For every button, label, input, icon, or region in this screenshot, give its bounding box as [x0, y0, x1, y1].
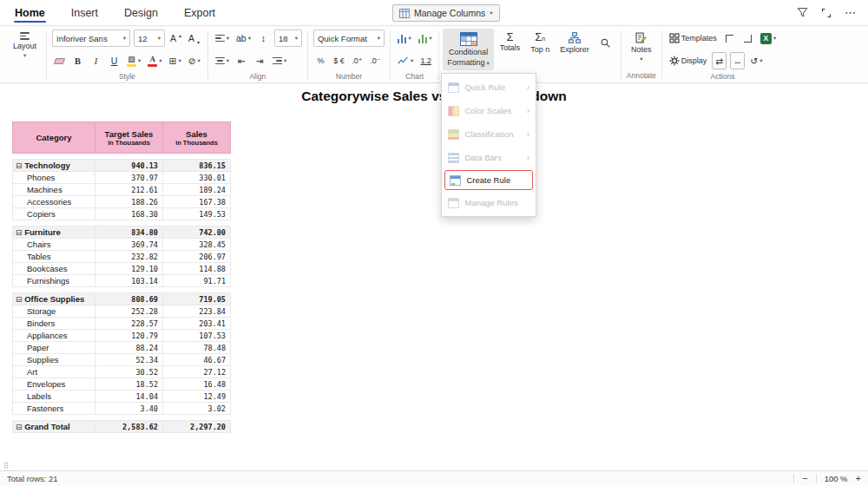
table-row-phones[interactable]: Phones370.97330.01: [13, 172, 231, 184]
table-row-supplies[interactable]: Supplies52.3446.67: [13, 354, 231, 366]
currency-format-button[interactable]: $ €: [332, 52, 346, 69]
chevron-down-icon: ▾: [248, 35, 251, 42]
table-row-technology[interactable]: ⊟Technology940.13836.15: [13, 160, 231, 172]
borders-button[interactable]: ⊞▾: [168, 52, 183, 69]
quick-format-select[interactable]: Quick Format ▾: [313, 30, 385, 47]
templates-button[interactable]: Templates: [667, 30, 719, 47]
swap-axis-button[interactable]: ⇄: [712, 52, 727, 69]
table-row-accessories[interactable]: Accessories188.26167.38: [13, 196, 231, 208]
focus-mode-icon[interactable]: [818, 4, 835, 22]
undo-button[interactable]: ↺▾: [748, 52, 764, 69]
notes-button[interactable]: Notes ▾: [627, 29, 656, 65]
row-label: Binders: [27, 319, 55, 328]
column-header-target-sales[interactable]: Target Salesin Thousands: [95, 122, 163, 154]
collapse-icon[interactable]: ⊟: [16, 161, 22, 170]
table-row-grand-total[interactable]: ⊟Grand Total2,583.622,297.20: [13, 421, 231, 433]
group-divider: [207, 31, 208, 80]
zoom-in-button[interactable]: +: [856, 474, 861, 483]
top-n-button[interactable]: Σn Top n: [526, 29, 554, 56]
chevron-down-icon: ▾: [378, 35, 380, 42]
manage-columns-button[interactable]: Manage Columns ▾: [392, 4, 500, 22]
column-header-sales[interactable]: Salesin Thousands: [163, 122, 231, 154]
export-excel-button[interactable]: X ▾: [759, 30, 778, 47]
resize-grip-icon[interactable]: ⠿: [3, 462, 10, 470]
font-size-select[interactable]: 12 ▾: [134, 30, 165, 47]
column-header-category[interactable]: Category: [13, 122, 95, 154]
sparkline-button[interactable]: ▾: [396, 52, 415, 69]
table-row-chairs[interactable]: Chairs369.74328.45: [13, 239, 231, 251]
zoom-controls: − 100 % +: [793, 474, 861, 483]
strikethrough-button[interactable]: ⊘▾: [187, 52, 202, 69]
indent-decrease-button[interactable]: ⇤: [234, 52, 249, 69]
group-divider: [661, 31, 662, 80]
divider: [793, 474, 794, 483]
vertical-align-button[interactable]: ▾: [214, 52, 231, 69]
collapse-icon[interactable]: ⊟: [16, 295, 22, 304]
filter-icon[interactable]: [793, 4, 811, 22]
menu-item-create-rule[interactable]: Create Rule: [444, 170, 533, 190]
merge-cells-button[interactable]: ▾: [271, 52, 288, 69]
text-wrap-button[interactable]: ab ▾: [234, 30, 253, 47]
table-row-office-supplies[interactable]: ⊟Office Supplies808.69719.05: [13, 293, 231, 305]
tab-insert[interactable]: Insert: [70, 0, 99, 25]
percent-format-button[interactable]: %: [313, 52, 328, 69]
sales-value: 167.38: [163, 196, 231, 208]
table-row-copiers[interactable]: Copiers168.30149.53: [13, 208, 231, 220]
table-row-tables[interactable]: Tables232.82206.97: [13, 251, 231, 263]
table-row-storage[interactable]: Storage252.28223.84: [13, 305, 231, 318]
row-height-button[interactable]: ↕: [256, 30, 271, 47]
fill-color-button[interactable]: ▨ ▾: [125, 52, 142, 69]
style-group-label: Style: [119, 70, 135, 83]
chart-type-button[interactable]: ▾: [396, 30, 413, 47]
more-options-icon[interactable]: ⋯: [842, 4, 859, 22]
table-row-labels[interactable]: Labels14.0412.49: [13, 391, 231, 403]
visual-header-icons: ⋯: [793, 4, 859, 22]
table-row-envelopes[interactable]: Envelopes18.5216.48: [13, 378, 231, 391]
font-color-button[interactable]: A ▾: [146, 52, 163, 69]
zoom-out-button[interactable]: −: [802, 474, 807, 483]
expand-corner-button[interactable]: [740, 30, 755, 47]
tab-home[interactable]: Home: [14, 0, 46, 25]
tab-export[interactable]: Export: [183, 0, 216, 25]
collapse-corner-button[interactable]: [722, 30, 737, 47]
tab-design[interactable]: Design: [123, 0, 159, 25]
sales-value: 12.49: [163, 391, 231, 403]
totals-button[interactable]: Σ Totals: [496, 29, 525, 55]
clear-format-button[interactable]: [52, 52, 67, 69]
table-row-furnishings[interactable]: Furnishings103.1491.71: [13, 275, 231, 287]
table-row-fasteners[interactable]: Fasteners3.403.02: [13, 403, 231, 415]
fit-width-button[interactable]: ↔: [730, 52, 745, 69]
font-decrease-button[interactable]: A▾: [187, 30, 201, 47]
increase-decimal-button[interactable]: .0⁺: [350, 52, 365, 69]
horizontal-align-button[interactable]: ▾: [214, 30, 231, 47]
indent-increase-button[interactable]: ⇥: [253, 52, 267, 69]
table-row-art[interactable]: Art30.5227.12: [13, 366, 231, 378]
bold-button[interactable]: B: [70, 52, 85, 69]
collapse-icon[interactable]: ⊟: [16, 423, 22, 431]
font-name-value: Inforiver Sans: [56, 34, 108, 43]
table-row-binders[interactable]: Binders228.57203.41: [13, 318, 231, 330]
table-row-machines[interactable]: Machines212.61189.24: [13, 184, 231, 196]
chart-decimal-button[interactable]: 1.2: [418, 52, 433, 69]
table-row-bookcases[interactable]: Bookcases129.10114.88: [13, 263, 231, 275]
explorer-button[interactable]: Explorer: [556, 29, 594, 56]
table-row-appliances[interactable]: Appliances120.79107.53: [13, 330, 231, 342]
chart-style-button[interactable]: ▾: [417, 30, 434, 47]
row-height-select[interactable]: 18 ▾: [274, 30, 302, 47]
italic-button[interactable]: I: [89, 52, 103, 69]
font-increase-button[interactable]: A▴: [168, 30, 183, 47]
collapse-icon[interactable]: ⊟: [16, 228, 22, 237]
number-group-label: Number: [336, 70, 362, 83]
target-sales-value: 834.80: [95, 227, 163, 239]
decrease-decimal-button[interactable]: .0⁻: [368, 52, 383, 69]
menu-item-data-bars: Data Bars›: [442, 146, 536, 169]
underline-button[interactable]: U: [107, 52, 122, 69]
report-title[interactable]: Categorywise Sales vs Target Breakdown: [0, 89, 868, 104]
layout-button[interactable]: Layout ▾: [9, 29, 41, 61]
conditional-formatting-button[interactable]: Conditional Formatting ▾: [443, 29, 493, 70]
display-button[interactable]: Display: [667, 52, 709, 69]
table-row-furniture[interactable]: ⊟Furniture834.80742.00: [13, 227, 231, 239]
font-name-select[interactable]: Inforiver Sans ▾: [52, 30, 130, 47]
table-row-paper[interactable]: Paper88.2478.48: [13, 342, 231, 354]
search-button[interactable]: [595, 29, 615, 51]
